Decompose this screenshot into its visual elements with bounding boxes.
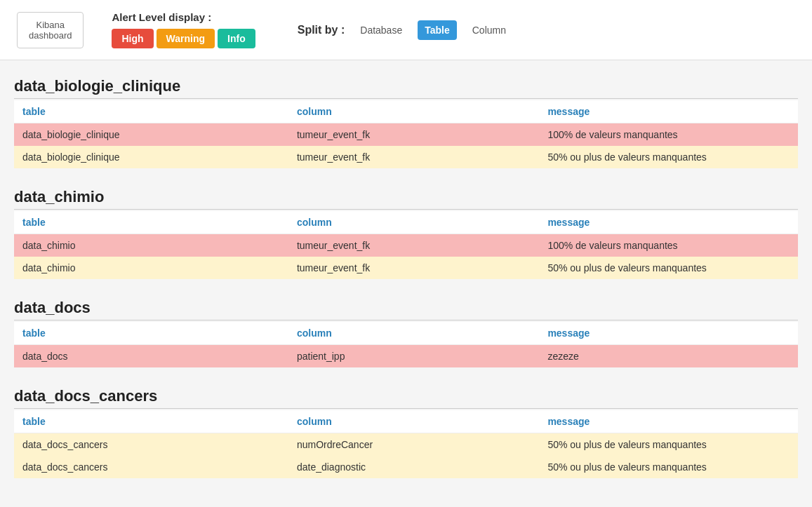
split-section: Split by : Database Table Column: [298, 20, 513, 40]
db-section: data_docs_cancerstablecolumnmessagedata_…: [14, 381, 798, 478]
info-button[interactable]: Info: [218, 29, 255, 48]
cell-column: tumeur_event_fk: [288, 234, 539, 257]
cell-table: data_chimio: [14, 234, 288, 257]
cell-message: 50% ou plus de valeurs manquantes: [539, 456, 798, 478]
cell-table: data_docs: [14, 345, 288, 368]
table-row: data_docs_cancersdate_diagnostic50% ou p…: [14, 456, 798, 478]
table-row: data_docs_cancersnumOrdreCancer50% ou pl…: [14, 433, 798, 457]
cell-message: 50% ou plus de valeurs manquantes: [539, 146, 798, 168]
section-title: data_docs: [14, 293, 798, 320]
section-title: data_docs_cancers: [14, 381, 798, 409]
col-header-column: column: [288, 322, 539, 345]
col-header-column: column: [288, 410, 539, 433]
db-section: data_docstablecolumnmessagedata_docspati…: [14, 293, 798, 367]
cell-column: patient_ipp: [288, 345, 539, 368]
main-content: data_biologie_cliniquetablecolumnmessage…: [0, 72, 812, 478]
cell-column: tumeur_event_fk: [288, 257, 539, 279]
alert-buttons: High Warning Info: [112, 29, 255, 48]
kibana-label: Kibana dashboard: [29, 20, 72, 41]
section-title: data_chimio: [14, 182, 798, 210]
col-header-message: message: [539, 100, 798, 123]
col-header-table: table: [14, 322, 288, 345]
cell-column: date_diagnostic: [288, 456, 539, 478]
high-button[interactable]: High: [112, 29, 153, 48]
cell-table: data_biologie_clinique: [14, 146, 288, 168]
table-row: data_chimiotumeur_event_fk50% ou plus de…: [14, 257, 798, 279]
db-section: data_biologie_cliniquetablecolumnmessage…: [14, 72, 798, 168]
alert-level-section: Alert Level display : High Warning Info: [112, 11, 255, 48]
col-header-table: table: [14, 410, 288, 433]
cell-table: data_docs_cancers: [14, 456, 288, 478]
col-header-message: message: [539, 410, 798, 433]
cell-message: 50% ou plus de valeurs manquantes: [539, 257, 798, 279]
col-header-column: column: [288, 100, 539, 123]
cell-table: data_docs_cancers: [14, 433, 288, 457]
col-header-table: table: [14, 211, 288, 234]
table-row: data_biologie_cliniquetumeur_event_fk50%…: [14, 146, 798, 168]
alert-title: Alert Level display :: [112, 11, 255, 23]
table-row: data_biologie_cliniquetumeur_event_fk100…: [14, 123, 798, 147]
cell-table: data_biologie_clinique: [14, 123, 288, 147]
cell-message: 100% de valeurs manquantes: [539, 234, 798, 257]
col-header-column: column: [288, 211, 539, 234]
section-title: data_biologie_clinique: [14, 72, 798, 99]
table-row: data_docspatient_ippzezeze: [14, 345, 798, 368]
split-table-button[interactable]: Table: [418, 20, 457, 40]
split-database-button[interactable]: Database: [353, 20, 409, 40]
data-table: tablecolumnmessagedata_chimiotumeur_even…: [14, 211, 798, 279]
cell-column: tumeur_event_fk: [288, 146, 539, 168]
col-header-message: message: [539, 322, 798, 345]
data-table: tablecolumnmessagedata_docspatient_ippze…: [14, 322, 798, 367]
cell-table: data_chimio: [14, 257, 288, 279]
split-column-button[interactable]: Column: [465, 20, 513, 40]
cell-message: 50% ou plus de valeurs manquantes: [539, 433, 798, 457]
table-row: data_chimiotumeur_event_fk100% de valeur…: [14, 234, 798, 257]
data-table: tablecolumnmessagedata_docs_cancersnumOr…: [14, 410, 798, 478]
cell-message: 100% de valeurs manquantes: [539, 123, 798, 147]
cell-column: numOrdreCancer: [288, 433, 539, 457]
col-header-message: message: [539, 211, 798, 234]
split-label: Split by :: [298, 24, 345, 36]
header: Kibana dashboard Alert Level display : H…: [0, 0, 812, 60]
cell-message: zezeze: [539, 345, 798, 368]
kibana-dashboard-button[interactable]: Kibana dashboard: [17, 12, 84, 48]
db-section: data_chimiotablecolumnmessagedata_chimio…: [14, 182, 798, 279]
cell-column: tumeur_event_fk: [288, 123, 539, 147]
data-table: tablecolumnmessagedata_biologie_clinique…: [14, 100, 798, 168]
col-header-table: table: [14, 100, 288, 123]
warning-button[interactable]: Warning: [157, 29, 215, 48]
